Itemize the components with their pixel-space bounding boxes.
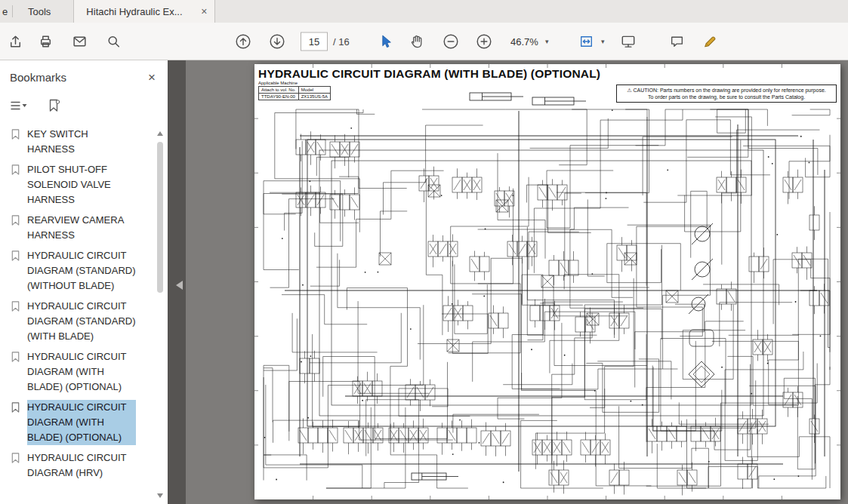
email-icon[interactable]	[72, 33, 88, 49]
machine-table-caption: Applicable Machine	[258, 81, 331, 86]
page-number-input[interactable]	[301, 32, 328, 51]
bookmark-item[interactable]: KEY SWITCH HARNESS	[10, 127, 150, 157]
bookmark-label: PILOT SHUT-OFF SOLENOID VALVE HARNESS	[27, 162, 136, 207]
bookmarks-panel-toolbar	[0, 89, 168, 121]
document-area: HYDRAULIC CIRCUIT DIAGRAM (WITH BLADE) (…	[186, 60, 848, 504]
bookmark-label: HYDRAULIC CIRCUIT DIAGRAM (STANDARD) (WI…	[27, 299, 136, 344]
bookmark-icon	[10, 351, 21, 363]
bookmark-label: KEY SWITCH HARNESS	[27, 127, 136, 157]
bookmark-item[interactable]: HYDRAULIC CIRCUIT DIAGRAM (WITH BLADE) (…	[10, 349, 150, 395]
tab-document[interactable]: Hitachi Hydraulic Ex... ×	[73, 0, 215, 23]
bookmark-icon	[10, 164, 21, 176]
panel-splitter[interactable]	[168, 60, 186, 504]
caution-line-2: To order parts on the drawing, be sure t…	[620, 94, 833, 100]
machine-table: Applicable Machine Attach to vol. No. Mo…	[258, 81, 331, 100]
previous-page-button[interactable]	[235, 33, 251, 50]
bookmarks-panel-header: Bookmarks ×	[0, 60, 168, 89]
tab-home-partial[interactable]: e	[0, 0, 12, 23]
page-fit-dropdown[interactable]: ▾	[578, 33, 605, 49]
zoom-level-dropdown[interactable]: 46.7% ▾	[510, 35, 548, 47]
bookmark-item[interactable]: HYDRAULIC CIRCUIT DIAGRAM (HRV)	[10, 450, 150, 481]
select-tool-icon[interactable]	[378, 33, 393, 49]
display-mode-icon[interactable]	[620, 33, 637, 50]
bookmarks-panel-close-icon[interactable]: ×	[148, 71, 156, 84]
zoom-level-value: 46.7%	[510, 35, 538, 47]
bookmark-label: HYDRAULIC CIRCUIT DIAGRAM (WITH BLADE) (…	[27, 400, 136, 445]
bookmarks-list: KEY SWITCH HARNESS PILOT SHUT-OFF SOLENO…	[10, 127, 150, 504]
bookmark-icon	[10, 452, 21, 464]
bookmarks-panel: Bookmarks × KEY SWITCH HARNESS PILOT	[0, 60, 168, 504]
bookmark-item[interactable]: PILOT SHUT-OFF SOLENOID VALVE HARNESS	[10, 162, 150, 207]
page-total-label: / 16	[333, 35, 350, 47]
bookmark-icon	[10, 214, 21, 226]
schematic-svg	[254, 64, 840, 499]
bookmark-icon	[10, 300, 21, 312]
tab-bar: e Tools Hitachi Hydraulic Ex... ×	[0, 0, 848, 23]
machine-table-col1-header: Attach to vol. No.	[259, 87, 299, 94]
scrollbar-thumb[interactable]	[157, 142, 163, 293]
bookmark-label: REARVIEW CAMERA HARNESS	[27, 213, 136, 243]
find-icon[interactable]	[106, 33, 122, 49]
comment-icon[interactable]	[669, 33, 685, 49]
zoom-in-button[interactable]	[476, 33, 492, 50]
tab-document-title: Hitachi Hydraulic Ex...	[86, 6, 195, 17]
tab-tools[interactable]: Tools	[13, 0, 66, 23]
machine-table-col1-value: TTDAY90-EN-00	[259, 94, 299, 100]
bookmark-label: HYDRAULIC CIRCUIT DIAGRAM (STANDARD) (WI…	[27, 248, 136, 293]
panel-options-icon[interactable]	[10, 100, 28, 115]
bookmark-icon	[10, 128, 21, 140]
bookmarks-panel-title: Bookmarks	[10, 71, 66, 84]
bookmark-label: HYDRAULIC CIRCUIT DIAGRAM (HRV)	[27, 450, 136, 481]
acrobat-window: e Tools Hitachi Hydraulic Ex... × / 16	[0, 0, 848, 504]
scrollbar-up-button[interactable]	[157, 128, 163, 136]
machine-table-col2-value: ZX135US-5A	[298, 94, 330, 100]
print-icon[interactable]	[38, 33, 54, 49]
main-area: Bookmarks × KEY SWITCH HARNESS PILOT	[0, 60, 848, 504]
bookmark-label: HYDRAULIC CIRCUIT DIAGRAM (WITH BLADE) (…	[27, 349, 136, 395]
bookmark-icon	[10, 250, 21, 262]
fit-caret-icon: ▾	[601, 38, 605, 45]
next-page-button[interactable]	[269, 33, 285, 50]
collapse-panel-icon[interactable]	[171, 281, 183, 290]
hand-tool-icon[interactable]	[409, 33, 424, 49]
caution-box: ⚠ CAUTION: Parts numbers on the drawing …	[616, 85, 837, 103]
tab-close-icon[interactable]: ×	[201, 5, 207, 17]
bookmark-item[interactable]: REARVIEW CAMERA HARNESS	[10, 213, 150, 243]
diagram-title: HYDRAULIC CIRCUIT DIAGRAM (WITH BLADE) (…	[258, 67, 600, 81]
machine-table-col2-header: Model	[298, 87, 330, 94]
zoom-out-button[interactable]	[443, 33, 459, 50]
bookmark-item[interactable]: HYDRAULIC CIRCUIT DIAGRAM (STANDARD) (WI…	[10, 248, 150, 293]
current-bookmark-icon[interactable]	[48, 99, 60, 115]
scrollbar-down-button[interactable]	[157, 493, 163, 501]
fill-sign-pen-icon[interactable]	[702, 33, 718, 49]
caution-line-1: ⚠ CAUTION: Parts numbers on the drawing …	[620, 87, 833, 94]
share-upload-icon[interactable]	[8, 33, 23, 49]
bookmarks-scrollbar[interactable]	[156, 127, 165, 502]
bookmark-item[interactable]: HYDRAULIC CIRCUIT DIAGRAM (STANDARD) (WI…	[10, 299, 150, 344]
bookmark-item-selected[interactable]: HYDRAULIC CIRCUIT DIAGRAM (WITH BLADE) (…	[10, 400, 150, 445]
pdf-page: HYDRAULIC CIRCUIT DIAGRAM (WITH BLADE) (…	[254, 64, 840, 499]
zoom-caret-icon: ▾	[545, 38, 549, 45]
bookmark-icon	[10, 401, 21, 413]
main-toolbar: / 16 46.7% ▾ ▾	[0, 23, 848, 60]
